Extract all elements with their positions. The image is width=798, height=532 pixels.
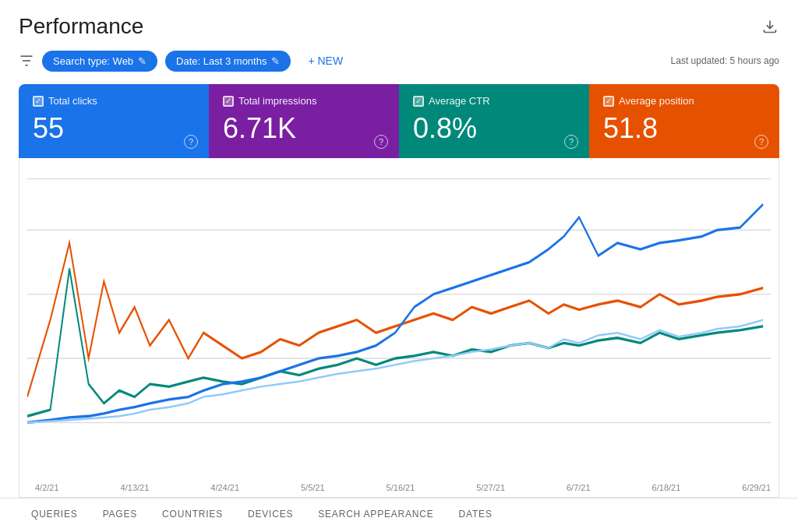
x-label-8: 6/29/21 [742,483,771,492]
download-icon[interactable] [761,17,779,36]
new-button-label: + NEW [308,55,343,67]
page-wrapper: Performance Search type: Web ✎ Date: Las… [0,0,798,532]
toolbar: Search type: Web ✎ Date: Last 3 months ✎… [0,44,798,81]
metric-label-position: Average position [619,95,694,107]
tab-countries[interactable]: COUNTRIES [150,499,235,533]
new-button[interactable]: + NEW [298,50,352,72]
metric-header-ctr: ✓ Average CTR [413,95,575,107]
metric-card-clicks[interactable]: ✓ Total clicks 55 ? [19,84,209,158]
checkbox-impressions: ✓ [223,96,234,107]
tab-queries[interactable]: QUERIES [19,499,90,533]
filter-icon[interactable] [19,53,34,69]
x-label-5: 5/27/21 [476,483,505,492]
help-icon-position[interactable]: ? [754,135,768,149]
last-updated-text: Last updated: 5 hours ago [671,55,779,66]
header: Performance [0,0,798,44]
tab-devices[interactable]: DEVICES [235,499,305,533]
metric-card-impressions[interactable]: ✓ Total impressions 6.71K ? [209,84,399,158]
x-label-2: 4/24/21 [210,483,239,492]
metric-value-position: 51.8 [603,113,765,144]
tab-dates[interactable]: DATES [447,499,505,533]
page-title: Performance [19,14,143,39]
metric-header-position: ✓ Average position [603,95,765,107]
x-axis-labels: 4/2/21 4/13/21 4/24/21 5/5/21 5/16/21 5/… [35,483,771,492]
metric-card-ctr[interactable]: ✓ Average CTR 0.8% ? [399,84,589,158]
x-label-4: 5/16/21 [387,483,415,492]
metric-label-impressions: Total impressions [238,95,316,107]
clicks-line [27,242,763,396]
search-type-label: Search type: Web [53,55,133,67]
ctr-line [27,268,763,415]
x-label-6: 6/7/21 [567,483,591,492]
performance-chart [27,166,771,474]
metric-header-clicks: ✓ Total clicks [33,95,195,107]
header-right [761,17,779,36]
help-icon-impressions[interactable]: ? [374,135,388,149]
help-icon-clicks[interactable]: ? [184,135,198,149]
date-label: Date: Last 3 months [176,55,267,67]
tab-pages[interactable]: PAGES [90,499,150,533]
help-icon-ctr[interactable]: ? [564,135,578,149]
checkbox-position: ✓ [603,96,614,107]
x-label-3: 5/5/21 [301,483,325,492]
metric-value-clicks: 55 [33,113,195,144]
metric-value-impressions: 6.71K [223,113,385,144]
tab-search-appearance[interactable]: SEARCH APPEARANCE [305,499,446,533]
bottom-tabs: QUERIES PAGES COUNTRIES DEVICES SEARCH A… [0,498,798,532]
x-label-1: 4/13/21 [121,483,150,492]
metric-label-ctr: Average CTR [429,95,490,107]
chart-area: 4/2/21 4/13/21 4/24/21 5/5/21 5/16/21 5/… [19,158,779,498]
checkbox-ctr: ✓ [413,96,424,107]
x-label-0: 4/2/21 [35,483,59,492]
x-label-7: 6/18/21 [652,483,681,492]
metric-value-ctr: 0.8% [413,113,575,144]
metric-header-impressions: ✓ Total impressions [223,95,385,107]
metric-cards: ✓ Total clicks 55 ? ✓ Total impressions … [19,84,779,158]
metric-card-position[interactable]: ✓ Average position 51.8 ? [589,84,779,158]
search-type-chip[interactable]: Search type: Web ✎ [42,51,157,72]
metric-label-clicks: Total clicks [48,95,97,107]
edit-icon: ✎ [138,55,147,67]
checkbox-clicks: ✓ [33,96,44,107]
edit-date-icon: ✎ [271,55,280,67]
date-chip[interactable]: Date: Last 3 months ✎ [165,51,291,72]
